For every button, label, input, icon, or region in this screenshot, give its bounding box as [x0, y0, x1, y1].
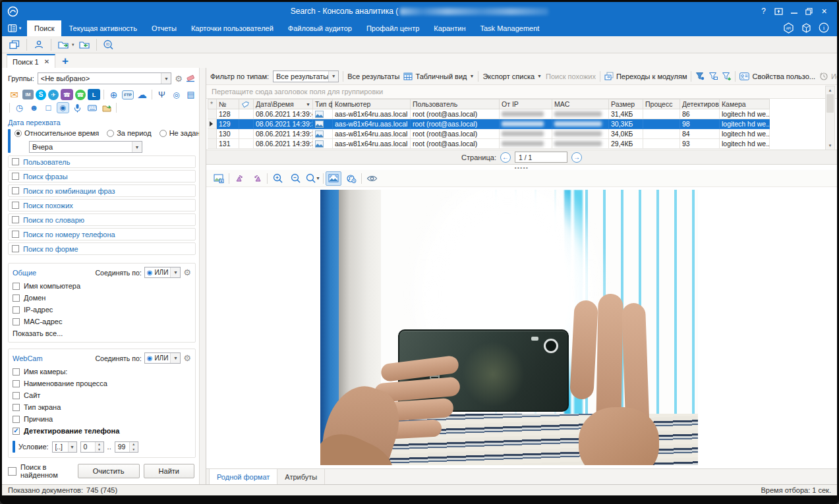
tab-native-format[interactable]: Родной формат — [209, 469, 277, 484]
filter-funnel-add-icon[interactable] — [722, 72, 731, 80]
table-row-selected[interactable]: 129 08.06.2021 14:39:38 aas-w81x64ru.aas… — [208, 119, 770, 129]
table-scrollbar[interactable]: ▲ ▼ — [825, 86, 835, 150]
menu-tab-current-activity[interactable]: Текущая активность — [61, 20, 144, 36]
lync-channel-icon[interactable]: L — [88, 89, 100, 100]
export-list-button[interactable]: Экспорт списка▼ — [482, 72, 542, 80]
new-tab-button[interactable]: + — [62, 55, 69, 68]
image-processing-button[interactable] — [343, 171, 359, 186]
menu-tab-profile-center[interactable]: Профайл центр — [359, 20, 426, 36]
radio-not-set[interactable] — [159, 130, 167, 137]
checkbox[interactable] — [13, 404, 20, 411]
menu-tab-task-management[interactable]: Task Management — [473, 20, 546, 36]
webcam-settings-icon[interactable]: ⚙ — [183, 354, 191, 362]
common-join-dropdown[interactable]: ◉ ИЛИ ▼ — [144, 267, 181, 278]
webcam-item-phone-detection[interactable]: ✓Детектирование телефона — [13, 427, 191, 435]
column-size[interactable]: Размер — [609, 99, 643, 109]
webcam-item-screen-type[interactable]: Тип экрана — [13, 403, 191, 411]
help-button[interactable]: ? — [756, 4, 771, 18]
search-by-id-button[interactable]: ID — [101, 38, 117, 52]
filter-similar-search[interactable]: Поиск похожих — [8, 199, 196, 211]
keyboard-channel-icon[interactable] — [86, 102, 98, 113]
visibility-eye-button[interactable] — [364, 171, 380, 186]
type-filter-dropdown[interactable]: Все результаты▼ — [273, 70, 339, 82]
column-tag[interactable] — [239, 99, 254, 109]
go-to-modules-button[interactable]: Переходы к модулям — [604, 72, 687, 80]
checkbox[interactable] — [13, 283, 20, 290]
webcam-join-dropdown[interactable]: ◉ ИЛИ ▼ — [144, 352, 181, 364]
rotate-left-button[interactable] — [231, 171, 247, 186]
scroll-up-arrow[interactable]: ▲ — [828, 86, 832, 94]
user-search-button[interactable] — [31, 38, 47, 52]
menu-tab-reports[interactable]: Отчеты — [144, 20, 184, 36]
filter-user[interactable]: Пользователь — [8, 155, 196, 168]
fit-to-window-button[interactable] — [326, 171, 341, 186]
im-channel-icon[interactable]: IM — [22, 90, 34, 99]
export-folder-button[interactable] — [55, 38, 71, 52]
mail-channel-icon[interactable]: ✉ — [8, 89, 20, 100]
show-all-link[interactable]: Показать все... — [13, 329, 191, 337]
minimize-button[interactable] — [786, 4, 801, 18]
date-preset-dropdown[interactable]: Вчера▼ — [29, 141, 142, 153]
common-settings-icon[interactable]: ⚙ — [183, 268, 191, 277]
webcam-photo[interactable] — [320, 190, 698, 465]
previous-page-button[interactable]: ← — [500, 152, 511, 163]
skype-channel-icon[interactable]: S — [36, 90, 46, 100]
filter-phrase-combination[interactable]: Поиск по комбинации фраз — [8, 184, 196, 197]
filter-funnel-monitor-icon[interactable] — [709, 72, 718, 80]
filter-dictionary-search[interactable]: Поиск по словарю — [8, 213, 196, 226]
search-in-found-checkbox[interactable] — [8, 467, 16, 476]
table-row[interactable]: 131 08.06.2021 14:39:33 aas-w81x64ru.aas… — [208, 139, 770, 149]
cloud-channel-icon[interactable]: ☁ — [136, 89, 148, 100]
save-image-button[interactable] — [211, 171, 227, 186]
application-menu-button[interactable]: ▾ — [2, 20, 27, 36]
microphone-channel-icon[interactable] — [71, 102, 84, 113]
device-channel-icon[interactable]: ◎ — [170, 89, 183, 100]
condition-operator-dropdown[interactable]: [..]▼ — [52, 441, 77, 453]
checkbox[interactable] — [12, 158, 19, 165]
tab-attributes[interactable]: Атрибуты — [277, 469, 325, 484]
column-mac[interactable]: MAC — [552, 99, 609, 109]
checkbox[interactable] — [13, 306, 20, 314]
menu-tab-quarantine[interactable]: Карантин — [426, 20, 473, 36]
zoom-in-button[interactable] — [270, 171, 285, 186]
table-row[interactable]: 128 08.06.2021 14:39:41 aas-w81x64ru.aas… — [208, 109, 770, 119]
column-from-ip[interactable]: От IP — [500, 99, 552, 109]
sidebar-scrollbar[interactable] — [199, 68, 206, 484]
restore-button[interactable] — [801, 4, 817, 18]
next-page-button[interactable]: → — [571, 152, 582, 163]
common-item-ip[interactable]: IP-адрес — [13, 306, 191, 314]
column-camera[interactable]: Камера — [720, 99, 770, 109]
checkbox[interactable] — [12, 187, 19, 194]
column-computer[interactable]: Компьютер — [333, 99, 411, 109]
common-item-domain[interactable]: Домен — [13, 294, 191, 302]
column-user[interactable]: Пользователь — [411, 99, 500, 109]
filter-form-search[interactable]: Поиск по форме — [8, 242, 196, 255]
checkbox-checked[interactable]: ✓ — [13, 428, 20, 435]
export-dropdown-caret[interactable]: ▾ — [72, 42, 74, 47]
checkbox[interactable] — [12, 202, 19, 209]
column-process[interactable]: Процесс — [643, 99, 680, 109]
radio-period[interactable] — [107, 130, 114, 137]
checkbox[interactable] — [13, 416, 20, 423]
zoom-out-button[interactable] — [287, 171, 303, 186]
all-results-button[interactable]: Все результаты — [347, 72, 399, 80]
spinner-buttons[interactable]: ▲▼ — [129, 442, 138, 452]
user-properties-button[interactable]: Свойства пользо... — [739, 72, 815, 80]
printer-channel-icon[interactable]: ▤ — [185, 89, 197, 100]
http-channel-icon[interactable]: ⊕ — [107, 89, 120, 100]
webcam-item-reason[interactable]: Причина — [13, 415, 191, 423]
checkbox[interactable] — [13, 380, 20, 387]
common-item-computer-name[interactable]: Имя компьютера — [13, 282, 191, 290]
time-channel-icon[interactable]: ◷ — [13, 102, 26, 113]
files-channel-icon[interactable] — [100, 102, 113, 113]
common-item-mac[interactable]: MAC-адрес — [13, 318, 191, 325]
checkbox[interactable] — [12, 245, 19, 252]
find-button[interactable]: Найти — [144, 464, 194, 478]
panel-splitter-handle[interactable]: ••••• — [206, 165, 837, 170]
column-detected[interactable]: Детектирова — [680, 99, 720, 109]
new-window-button[interactable] — [7, 38, 22, 52]
webcam-item-site[interactable]: Сайт — [13, 391, 191, 399]
usb-channel-icon[interactable]: Ψ — [156, 89, 168, 100]
monitor-channel-icon[interactable]: □ — [42, 102, 55, 113]
info-icon[interactable]: i — [819, 22, 829, 34]
